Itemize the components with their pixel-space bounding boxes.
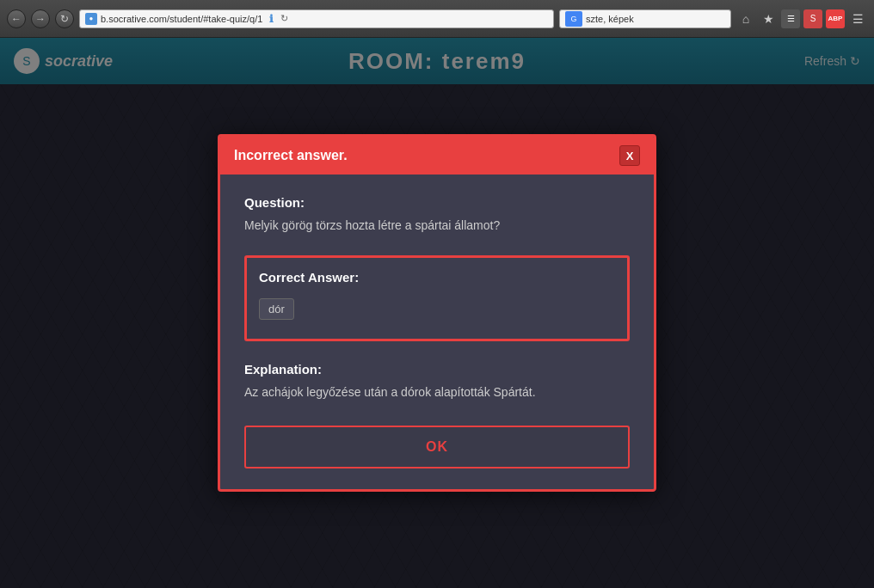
refresh-icon-small: ↻ <box>280 13 288 24</box>
modal-dialog: Incorrect answer. X Question: Melyik gör… <box>218 134 656 492</box>
star-icon[interactable]: ★ <box>759 9 778 28</box>
url-text: b.socrative.com/student/#take-quiz/q/1 <box>101 14 262 24</box>
bookmark-icon[interactable]: ☰ <box>781 9 800 28</box>
user-icon[interactable]: S <box>803 9 822 28</box>
modal-body: Question: Melyik görög törzs hozta létre… <box>220 175 654 489</box>
app-area: S socrative ROOM: terem9 Refresh ↻ Incor… <box>0 38 874 588</box>
modal-close-button[interactable]: X <box>619 145 640 166</box>
question-text: Melyik görög törzs hozta létre a spártai… <box>244 217 630 235</box>
reload-button[interactable]: ↻ <box>55 9 74 28</box>
correct-answer-box: Correct Answer: dór <box>244 255 630 341</box>
question-label: Question: <box>244 195 630 210</box>
correct-answer-label: Correct Answer: <box>259 270 615 285</box>
correct-answer-value: dór <box>259 298 294 320</box>
question-section: Question: Melyik görög törzs hozta létre… <box>244 195 630 235</box>
forward-button[interactable]: → <box>31 9 50 28</box>
modal-header: Incorrect answer. X <box>220 137 654 175</box>
browser-chrome: ← → ↻ ● b.socrative.com/student/#take-qu… <box>0 0 874 38</box>
secure-icon: ● <box>85 13 97 25</box>
address-bar[interactable]: ● b.socrative.com/student/#take-quiz/q/1… <box>79 9 554 28</box>
search-bar[interactable]: G szte, képek <box>559 9 731 28</box>
search-text: szte, képek <box>586 14 634 24</box>
info-icon: ℹ <box>269 13 274 25</box>
modal-title: Incorrect answer. <box>234 148 348 163</box>
toolbar-icons: ⌂ ★ ☰ S ABP ☰ <box>736 9 867 28</box>
explanation-text: Az achájok legyőzése után a dórok alapít… <box>244 383 630 401</box>
home-icon[interactable]: ⌂ <box>736 9 755 28</box>
back-button[interactable]: ← <box>7 9 26 28</box>
explanation-label: Explanation: <box>244 362 630 377</box>
menu-icon[interactable]: ☰ <box>848 9 867 28</box>
explanation-section: Explanation: Az achájok legyőzése után a… <box>244 362 630 401</box>
modal-overlay: Incorrect answer. X Question: Melyik gör… <box>0 38 874 588</box>
ok-button[interactable]: OK <box>244 426 630 469</box>
adblock-icon[interactable]: ABP <box>826 9 845 28</box>
google-icon: G <box>565 11 582 27</box>
